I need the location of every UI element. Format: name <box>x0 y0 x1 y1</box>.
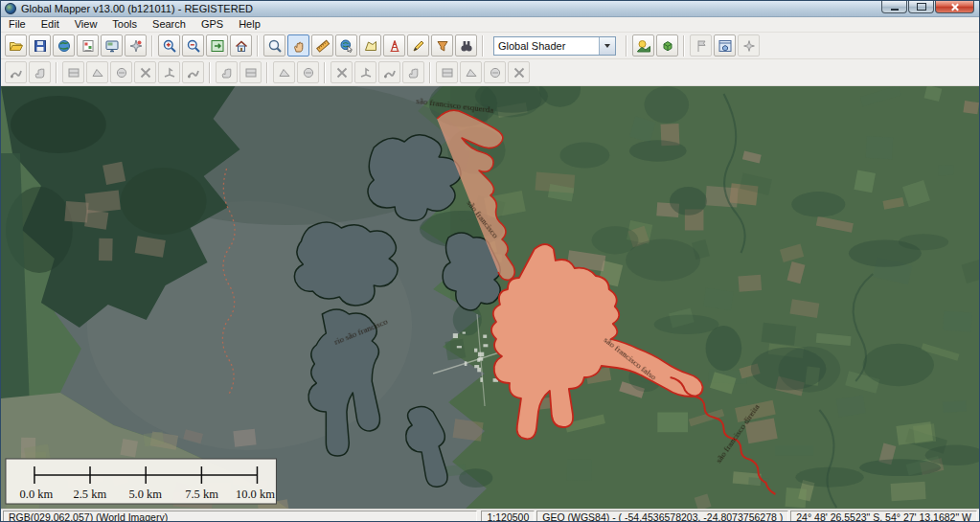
menu-edit[interactable]: Edit <box>34 17 67 32</box>
feature-info-tool-button[interactable] <box>335 34 357 57</box>
digitizer-tool-20-icon <box>512 65 527 80</box>
overlay-control-center-button[interactable] <box>77 34 99 57</box>
digitizer-tool-16-icon <box>406 65 422 80</box>
map-tools-icon <box>128 38 144 54</box>
feature-info-tool-icon <box>339 38 354 54</box>
scale-label: 10.0 km <box>236 488 275 501</box>
menu-search[interactable]: Search <box>145 17 194 32</box>
digitizer-tool-4-button <box>86 61 108 83</box>
restore-last-view-button[interactable] <box>206 34 228 57</box>
pixel-value-readout: RGB(029,062,057) (World Imagery) <box>3 511 477 522</box>
three-d-view-button[interactable] <box>656 34 678 57</box>
digitizer-tool-15-icon <box>382 65 398 80</box>
toolbar-separator <box>683 35 685 57</box>
path-profile-tool-icon <box>363 38 378 54</box>
digitizer-tool-18-icon <box>464 65 479 80</box>
digitizer-tool-9-icon <box>219 65 235 80</box>
path-profile-tool-button[interactable] <box>359 34 381 57</box>
configuration-icon <box>104 38 120 54</box>
configuration-button[interactable] <box>101 34 123 57</box>
open-data-file-button[interactable] <box>5 34 27 57</box>
three-d-window-icon <box>718 38 733 54</box>
digitizer-tool-19-icon <box>488 65 503 80</box>
terrain-paint-tool-button[interactable] <box>431 34 453 57</box>
view-shed-tool-button[interactable] <box>383 34 405 57</box>
digitizer-tool-9-button <box>216 61 238 83</box>
menu-tools[interactable]: Tools <box>104 17 145 32</box>
menu-file[interactable]: File <box>1 17 34 32</box>
vertex-edit-button <box>738 34 760 57</box>
restore-icon <box>917 3 926 11</box>
zoom-tool-button[interactable] <box>263 34 285 57</box>
scale-label: 2.5 km <box>74 488 107 501</box>
scale-bar: 0.0 km 2.5 km 5.0 km 7.5 km 10.0 km <box>6 459 276 504</box>
digitizer-tool-3-button <box>62 61 84 83</box>
digitizer-tool-11-button <box>273 61 295 83</box>
download-online-imagery-button[interactable] <box>53 34 75 57</box>
digitizer-tool-10-icon <box>243 65 259 80</box>
shader-options-button[interactable] <box>632 34 654 57</box>
map-viewport[interactable]: são francisco esquerda são francisco rio… <box>1 86 979 509</box>
map-tools-button[interactable] <box>125 34 147 57</box>
zoom-in-button[interactable] <box>158 34 180 57</box>
full-view-button[interactable] <box>230 34 252 57</box>
digitizer-tool-17-button <box>436 61 458 83</box>
window-title: Global Mapper v13.00 (b121011) - REGISTE… <box>21 3 253 14</box>
digitizer-tool-19-button <box>484 61 506 83</box>
digitizer-tool-13-icon <box>334 65 350 80</box>
digitizer-tool-7-button <box>158 61 180 83</box>
close-icon <box>950 3 959 11</box>
measure-tool-button[interactable] <box>311 34 333 57</box>
digitizer-tool-5-button <box>110 61 132 83</box>
pan-tool-button[interactable] <box>287 34 309 57</box>
title-bar: Global Mapper v13.00 (b121011) - REGISTE… <box>1 1 979 17</box>
digitizer-tool-12-button <box>297 61 319 83</box>
toolbar-separator <box>429 62 431 83</box>
digitizer-tool-6-button <box>134 61 156 83</box>
toolbar-separator <box>266 62 268 83</box>
search-vector-data-button[interactable] <box>455 34 477 57</box>
scale-label: 0.0 km <box>20 488 54 501</box>
digitizer-tool-14-icon <box>358 65 374 80</box>
menu-view[interactable]: View <box>67 17 105 32</box>
restore-last-view-icon <box>210 38 225 54</box>
map-scale-readout: 1:120500 <box>481 511 535 522</box>
digitizer-tool-14-button <box>354 61 376 83</box>
menu-help[interactable]: Help <box>231 17 268 32</box>
gps-flag-icon <box>694 38 709 54</box>
download-online-imagery-icon <box>57 38 72 54</box>
zoom-in-icon <box>162 38 177 54</box>
save-workspace-button[interactable] <box>29 34 51 57</box>
full-view-icon <box>234 38 249 54</box>
digitizer-tool-3-icon <box>66 65 81 80</box>
shader-select-dropdown-button[interactable] <box>599 37 615 55</box>
shader-select[interactable]: Global Shader <box>493 36 616 56</box>
terrain-paint-tool-icon <box>435 38 450 54</box>
zoom-out-button[interactable] <box>182 34 204 57</box>
shader-options-icon <box>636 38 651 54</box>
search-vector-data-icon <box>459 38 474 54</box>
digitizer-tool-18-button <box>460 61 482 83</box>
save-workspace-icon <box>33 38 48 54</box>
toolbar-separator <box>209 62 211 83</box>
menu-gps[interactable]: GPS <box>194 17 231 32</box>
digitizer-tool-13-button <box>330 61 353 83</box>
digitizer-tool-7-icon <box>162 65 177 80</box>
close-button[interactable] <box>935 1 974 13</box>
three-d-window-button[interactable] <box>714 34 736 57</box>
digitizer-tool-5-icon <box>114 65 129 80</box>
digitizer-tool-11-icon <box>277 65 292 80</box>
digitizer-tool-10-button <box>239 61 262 83</box>
toolbar-separator <box>56 62 57 83</box>
overlay-control-center-icon <box>80 38 96 54</box>
projection-coordinates-readout: GEO (WGS84) - ( -54.4536578203, -24.8073… <box>536 511 788 522</box>
three-d-view-icon <box>660 38 675 54</box>
restore-button[interactable] <box>908 1 934 13</box>
zoom-tool-icon <box>267 38 283 54</box>
measure-tool-icon <box>315 38 330 54</box>
app-globe-icon <box>5 3 16 14</box>
minimize-button[interactable] <box>881 1 907 13</box>
gps-flag-button <box>690 34 712 57</box>
digitizer-tool-button[interactable] <box>407 34 429 57</box>
digitizer-tool-2-button <box>29 61 51 83</box>
